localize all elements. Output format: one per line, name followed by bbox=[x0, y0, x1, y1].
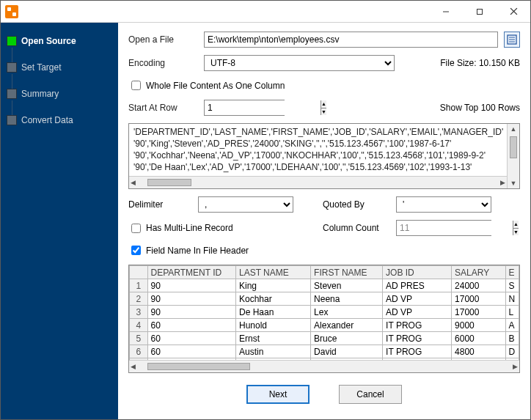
column-header[interactable]: FIRST NAME bbox=[311, 266, 383, 279]
scroll-right-icon[interactable]: ▶ bbox=[511, 361, 519, 372]
table-row[interactable]: 190KingStevenAD PRES24000S bbox=[130, 279, 519, 292]
table-cell[interactable]: S bbox=[505, 279, 519, 292]
table-cell[interactable]: 9000 bbox=[452, 319, 506, 332]
table-cell[interactable]: 24000 bbox=[452, 279, 506, 292]
file-size-label: File Size: 10.150 KB bbox=[440, 58, 520, 68]
table-cell[interactable]: Hunold bbox=[235, 319, 310, 332]
spinner-up-icon[interactable]: ▲ bbox=[513, 221, 519, 229]
table-cell[interactable]: AD VP bbox=[383, 292, 452, 306]
start-row-input[interactable] bbox=[205, 100, 321, 115]
table-cell[interactable]: B bbox=[505, 332, 519, 345]
column-count-input[interactable] bbox=[397, 221, 513, 235]
table-cell[interactable]: Neena bbox=[311, 292, 383, 306]
table-cell[interactable]: David bbox=[311, 345, 383, 358]
start-row-spinner[interactable]: ▲ ▼ bbox=[204, 100, 285, 116]
maximize-button[interactable] bbox=[463, 1, 497, 23]
row-number: 6 bbox=[130, 345, 148, 358]
column-header[interactable]: SALARY bbox=[452, 266, 506, 279]
table-cell[interactable]: D bbox=[505, 345, 519, 358]
next-button[interactable]: Next bbox=[246, 385, 310, 404]
minimize-icon bbox=[442, 8, 450, 15]
table-cell[interactable]: Lex bbox=[311, 306, 383, 319]
table-cell[interactable]: 60 bbox=[147, 332, 235, 345]
browse-file-button[interactable] bbox=[504, 32, 520, 48]
whole-file-checkbox[interactable] bbox=[131, 81, 141, 90]
preview-vertical-scrollbar[interactable]: ▲ ▼ bbox=[507, 124, 519, 188]
table-row[interactable]: 390De HaanLexAD VP17000L bbox=[130, 306, 519, 319]
scroll-thumb[interactable] bbox=[510, 136, 517, 158]
field-header-checkbox[interactable] bbox=[131, 246, 141, 255]
table-cell[interactable]: King bbox=[235, 279, 310, 292]
scroll-down-icon[interactable]: ▼ bbox=[509, 178, 519, 188]
preview-table[interactable]: DEPARTMENT ID LAST NAME FIRST NAME JOB I… bbox=[129, 265, 519, 360]
column-count-spinner[interactable]: ▲ ▼ bbox=[396, 220, 491, 236]
preview-horizontal-scrollbar[interactable]: ◀ ▶ bbox=[129, 176, 507, 188]
table-cell[interactable]: AD PRES bbox=[383, 279, 452, 292]
table-cell[interactable]: De Haan bbox=[235, 306, 310, 319]
table-cell[interactable]: 17000 bbox=[452, 292, 506, 306]
quoted-by-select[interactable]: ' bbox=[396, 196, 491, 213]
encoding-select[interactable]: UTF-8 bbox=[204, 55, 395, 71]
table-cell[interactable]: 4800 bbox=[452, 345, 506, 358]
table-cell[interactable]: IT PROG bbox=[383, 319, 452, 332]
table-cell[interactable]: 60 bbox=[147, 345, 235, 358]
table-cell[interactable]: 17000 bbox=[452, 306, 506, 319]
close-button[interactable] bbox=[497, 1, 530, 23]
table-row[interactable]: 290KochharNeenaAD VP17000N bbox=[130, 292, 519, 306]
table-row[interactable]: 460HunoldAlexanderIT PROG9000A bbox=[130, 319, 519, 332]
row-number: 5 bbox=[130, 332, 148, 345]
column-header[interactable]: E bbox=[505, 266, 519, 279]
table-cell[interactable]: 90 bbox=[147, 306, 235, 319]
column-header[interactable]: DEPARTMENT ID bbox=[147, 266, 235, 279]
column-header[interactable]: JOB ID bbox=[383, 266, 452, 279]
open-file-label: Open a File bbox=[128, 34, 198, 45]
scroll-right-icon[interactable]: ▶ bbox=[499, 177, 507, 188]
maximize-icon bbox=[476, 8, 483, 15]
table-cell[interactable]: IT PROG bbox=[383, 332, 452, 345]
spinner-down-icon[interactable]: ▼ bbox=[321, 108, 326, 116]
spinner-down-icon[interactable]: ▼ bbox=[513, 229, 519, 236]
column-count-label: Column Count bbox=[323, 223, 396, 233]
sidebar-item-summary[interactable]: Summary bbox=[7, 89, 112, 99]
table-cell[interactable]: 60 bbox=[147, 319, 235, 332]
sidebar-item-open-source[interactable]: Open Source bbox=[7, 36, 112, 46]
scroll-thumb[interactable] bbox=[147, 363, 250, 370]
scroll-left-icon[interactable]: ◀ bbox=[129, 361, 137, 372]
table-cell[interactable]: Kochhar bbox=[235, 292, 310, 306]
table-cell[interactable]: Ernst bbox=[235, 332, 310, 345]
table-cell[interactable]: 90 bbox=[147, 279, 235, 292]
table-cell[interactable]: Alexander bbox=[311, 319, 383, 332]
table-cell[interactable]: Bruce bbox=[311, 332, 383, 345]
table-row[interactable]: 660AustinDavidIT PROG4800D bbox=[130, 345, 519, 358]
table-cell[interactable]: Austin bbox=[235, 345, 310, 358]
sidebar-item-label: Convert Data bbox=[21, 115, 73, 125]
table-cell[interactable]: 90 bbox=[147, 292, 235, 306]
table-cell[interactable]: Steven bbox=[311, 279, 383, 292]
app-window: Open Source Set Target Summary Convert D… bbox=[0, 0, 531, 420]
table-cell[interactable]: A bbox=[505, 319, 519, 332]
table-cell[interactable]: IT PROG bbox=[383, 345, 452, 358]
file-path-input[interactable] bbox=[204, 32, 498, 48]
table-row[interactable]: 560ErnstBruceIT PROG6000B bbox=[130, 332, 519, 345]
grid-horizontal-scrollbar[interactable]: ◀ ▶ bbox=[129, 360, 519, 372]
table-cell[interactable]: 6000 bbox=[452, 332, 506, 345]
cancel-button[interactable]: Cancel bbox=[339, 385, 402, 404]
spinner-up-icon[interactable]: ▲ bbox=[321, 100, 326, 108]
scroll-left-icon[interactable]: ◀ bbox=[129, 177, 137, 188]
row-number: 1 bbox=[130, 279, 148, 292]
sidebar-item-set-target[interactable]: Set Target bbox=[7, 62, 112, 73]
data-grid: DEPARTMENT ID LAST NAME FIRST NAME JOB I… bbox=[128, 265, 520, 373]
scroll-thumb[interactable] bbox=[147, 179, 191, 186]
table-cell[interactable]: N bbox=[505, 292, 519, 306]
sidebar-item-convert-data[interactable]: Convert Data bbox=[7, 115, 112, 125]
app-icon bbox=[5, 5, 18, 18]
preview-content[interactable]: 'DEPARTMENT_ID','LAST_NAME','FIRST_NAME'… bbox=[129, 124, 519, 175]
delimiter-select[interactable]: , bbox=[198, 196, 293, 213]
table-cell[interactable]: L bbox=[505, 306, 519, 319]
scroll-up-icon[interactable]: ▲ bbox=[509, 124, 519, 134]
encoding-label: Encoding bbox=[128, 58, 198, 68]
table-cell[interactable]: AD VP bbox=[383, 306, 452, 319]
minimize-button[interactable] bbox=[429, 1, 463, 23]
multiline-checkbox[interactable] bbox=[131, 224, 141, 233]
column-header[interactable]: LAST NAME bbox=[235, 266, 310, 279]
